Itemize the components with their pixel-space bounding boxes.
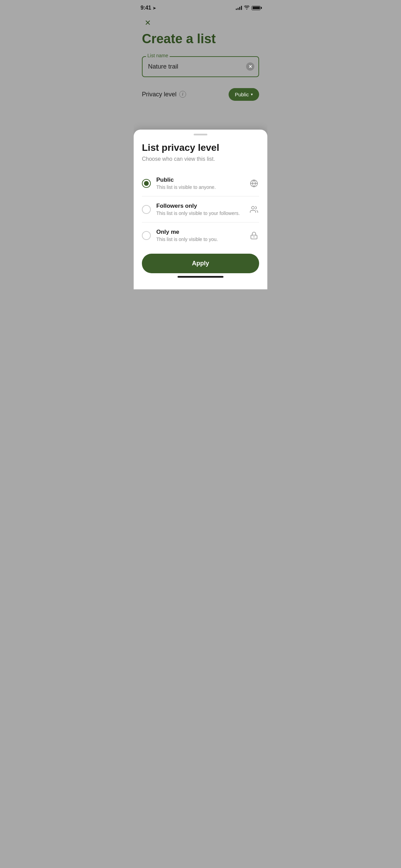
privacy-level-row: Privacy level i Public ▾ [142,88,259,101]
option-onlyme-title: Only me [156,229,243,236]
lock-icon [249,230,259,241]
sheet-handle [194,134,207,135]
radio-public [142,179,151,188]
status-time: 9:41 [141,5,151,11]
globe-icon [249,178,259,189]
option-public-text: Public This list is visible to anyone. [156,177,243,190]
option-public[interactable]: Public This list is visible to anyone. [142,170,259,196]
bg-content: ✕ Create a list List name ✕ Privacy leve… [134,14,267,108]
apply-button[interactable]: Apply [142,254,259,273]
privacy-current-value: Public [235,92,249,97]
location-arrow-icon: ➤ [153,5,156,11]
page-title: Create a list [142,32,259,47]
option-followers-title: Followers only [156,203,243,209]
option-public-desc: This list is visible to anyone. [156,184,243,190]
radio-onlyme [142,231,151,240]
option-public-title: Public [156,177,243,183]
wifi-icon [244,5,250,11]
clear-input-button[interactable]: ✕ [246,62,254,71]
privacy-info-button[interactable]: i [179,91,186,98]
option-followers-desc: This list is only visible to your follow… [156,210,243,216]
users-icon [249,204,259,215]
chevron-down-icon: ▾ [251,92,253,97]
status-icons [236,5,260,11]
close-button[interactable]: ✕ [142,17,154,29]
privacy-dropdown-button[interactable]: Public ▾ [229,88,259,101]
home-indicator [178,276,223,278]
radio-followers [142,205,151,214]
svg-point-1 [252,206,254,209]
sheet-subtitle: Choose who can view this list. [142,156,259,162]
list-name-input[interactable] [142,56,259,77]
option-followers[interactable]: Followers only This list is only visible… [142,196,259,222]
option-onlyme-text: Only me This list is only visible to you… [156,229,243,242]
option-onlyme[interactable]: Only me This list is only visible to you… [142,222,259,248]
privacy-label-group: Privacy level i [142,91,186,98]
privacy-level-label: Privacy level [142,91,177,98]
list-name-label: List name [146,53,170,58]
option-followers-text: Followers only This list is only visible… [156,203,243,216]
status-time-group: 9:41 ➤ [141,5,156,11]
status-bar: 9:41 ➤ [134,0,267,14]
svg-point-3 [254,236,255,237]
signal-icon [236,6,242,10]
bottom-sheet: List privacy level Choose who can view t… [134,130,267,289]
option-onlyme-desc: This list is only visible to you. [156,237,243,242]
close-icon: ✕ [145,19,151,27]
list-name-input-group: List name ✕ [142,56,259,77]
battery-icon [252,6,260,10]
sheet-title: List privacy level [142,142,259,153]
